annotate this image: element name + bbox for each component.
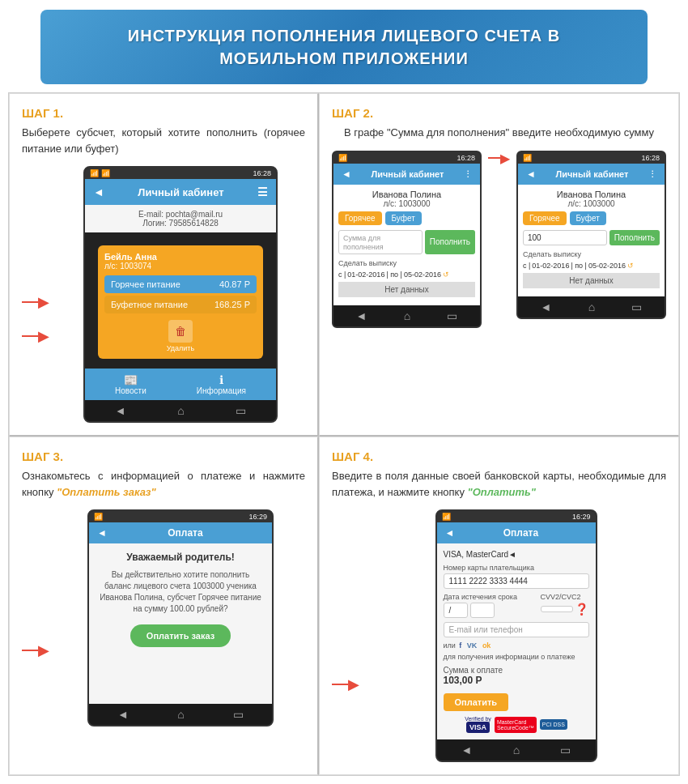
vk-icon[interactable]: VK — [467, 641, 478, 650]
step1-desc: Выберете субсчет, который хотите пополни… — [22, 125, 305, 156]
step4-sum-field: Сумма к оплате 103,00 Р — [444, 666, 589, 686]
step2-section: ШАГ 2. В графе "Сумма для пополнения" вв… — [319, 93, 679, 437]
step1-nav-header: ◄ Личный кабинет ☰ — [85, 179, 276, 205]
home-icon[interactable]: ⌂ — [404, 309, 410, 322]
step2-right-header: ◄ Личный кабинет ⋮ — [518, 164, 665, 185]
step4-card-field: Номер карты плательщика 1111 2222 3333 4… — [444, 564, 589, 589]
step2-left-input-row: Сумма для пополнения Пополнить — [338, 230, 475, 254]
step4-phone: 📶 16:29 ◄ Оплата VISA, MasterCard◄ Номер… — [435, 509, 597, 762]
step2-right-tab1[interactable]: Горячее — [523, 211, 567, 225]
step1-user-area: Бейль Анна л/с: 1003074 Горячее питание … — [85, 232, 276, 369]
home-icon4[interactable]: ⌂ — [513, 744, 520, 756]
step1-label: ШАГ 1. — [22, 106, 305, 120]
step2-left-tab2[interactable]: Буфет — [385, 211, 422, 225]
step2-right-nav: ◄ ⌂ ▭ — [518, 296, 665, 317]
facebook-icon[interactable]: f — [459, 641, 461, 650]
step1-tab1[interactable]: 📰 Новости — [115, 373, 147, 395]
back-icon3[interactable]: ◄ — [117, 708, 129, 721]
step2-phones-row: 📶 16:28 ◄ Личный кабинет ⋮ Иванова Полин… — [332, 151, 666, 328]
step4-expiry-cvv-row: Дата истечения срока / CVV2/CVC2 ❓ — [444, 593, 589, 618]
back-icon2[interactable]: ◄ — [541, 300, 552, 313]
recents-icon4[interactable]: ▭ — [560, 744, 571, 756]
step1-menu-icon[interactable]: ☰ — [257, 185, 268, 198]
step4-email-input[interactable]: E-mail или телефон — [444, 622, 589, 637]
step3-nav-header: ◄ Оплата — [89, 522, 272, 543]
step1-arrows: ▶ ▶ — [22, 293, 49, 345]
step2-left-pay-btn[interactable]: Пополнить — [425, 230, 475, 254]
header-section: ИНСТРУКЦИЯ ПОПОЛНЕНИЯ ЛИЦЕВОГО СЧЕТА В М… — [16, 10, 672, 84]
step1-delete-label: Удалить — [104, 344, 257, 352]
step2-right-pay-btn[interactable]: Пополнить — [609, 230, 660, 245]
step4-cvv-input[interactable] — [541, 606, 573, 612]
step1-email-section: E-mail: pochta@mail.ru Логин: 7958561482… — [85, 205, 276, 232]
step2-right-content: Иванова Полина л/с: 1003000 Горячее Буфе… — [518, 185, 665, 296]
step2-left-nav: ◄ ⌂ ▭ — [333, 305, 480, 326]
step3-text: Вы действительно хотите пополнить баланс… — [97, 569, 264, 615]
recents-icon3[interactable]: ▭ — [233, 708, 244, 721]
step1-user-name: Бейль Анна — [104, 252, 257, 262]
step2-left-tab1[interactable]: Горячее — [338, 211, 382, 225]
step1-status-bar: 📶 📶 16:28 — [85, 168, 276, 179]
home-icon2[interactable]: ⌂ — [588, 300, 595, 313]
recents-icon2[interactable]: ▭ — [631, 300, 642, 313]
step3-pay-button[interactable]: Оплатить заказ — [130, 624, 231, 647]
header-banner: ИНСТРУКЦИЯ ПОПОЛНЕНИЯ ЛИЦЕВОГО СЧЕТА В М… — [40, 10, 648, 84]
step4-year-input[interactable] — [470, 603, 495, 618]
step4-logos: Verified by VISA MasterCardSecureCode™ P… — [444, 716, 589, 733]
step1-menu-item1[interactable]: Горячее питание 40.87 Р — [104, 275, 257, 293]
step3-label: ШАГ 3. — [22, 450, 305, 463]
step4-card-input[interactable]: 1111 2222 3333 4444 — [444, 573, 589, 589]
step2-left-amount-input[interactable]: Сумма для пополнения — [338, 230, 423, 254]
step2-label: ШАГ 2. — [332, 106, 666, 120]
step3-highlight: "Оплатить заказ" — [57, 486, 156, 498]
step2-arrow-icon: ▶ — [500, 151, 510, 166]
step2-right-tab2[interactable]: Буфет — [570, 211, 606, 225]
step1-delete-icon[interactable]: 🗑 — [168, 320, 193, 343]
step1-email: E-mail: pochta@mail.ru — [90, 210, 271, 219]
step3-desc: Ознакомьтесь с информацией о платеже и н… — [22, 468, 305, 500]
step4-month-input[interactable]: / — [444, 603, 468, 618]
step4-back-icon[interactable]: ◄ — [445, 527, 455, 539]
status-icons: 📶 📶 — [90, 169, 110, 177]
ok-icon[interactable]: ok — [482, 641, 491, 650]
back-nav-icon[interactable]: ◄ — [115, 404, 126, 417]
step1-menu-item2[interactable]: Буфетное питание 168.25 Р — [104, 296, 257, 313]
step2-right-extract: Сделать выписку — [523, 250, 660, 258]
step2-left-status: 📶 16:28 — [333, 152, 480, 164]
home-icon3[interactable]: ⌂ — [177, 708, 184, 721]
step4-content: VISA, MasterCard◄ Номер карты плательщик… — [437, 543, 596, 739]
step2-left-tabs: Горячее Буфет — [338, 211, 475, 225]
step1-nav-bar: ◄ ⌂ ▭ — [85, 400, 276, 421]
step2-desc: В графе "Сумма для пополнения" введите н… — [332, 125, 666, 141]
step3-phone-wrapper: ▶ 📶 16:29 ◄ Оплата Уважаемый родитель! В… — [22, 509, 305, 726]
arrow1: ▶ — [22, 293, 49, 311]
back-icon4[interactable]: ◄ — [461, 744, 473, 756]
step3-back-icon[interactable]: ◄ — [97, 527, 107, 539]
step1-back-icon[interactable]: ◄ — [93, 185, 104, 198]
step4-email-field: E-mail или телефон — [444, 622, 589, 637]
step3-dear: Уважаемый родитель! — [97, 552, 264, 563]
step1-user-card: Бейль Анна л/с: 1003074 Горячее питание … — [98, 245, 263, 359]
step2-left-content: Иванова Полина л/с: 1003000 Горячее Буфе… — [333, 185, 480, 305]
step4-label: ШАГ 4. — [332, 450, 666, 463]
step4-pay-button[interactable]: Оплатить — [444, 693, 509, 711]
step4-nav-bar: ◄ ⌂ ▭ — [437, 739, 596, 761]
step2-left-header: ◄ Личный кабинет ⋮ — [333, 164, 480, 185]
step4-help-icon[interactable]: ❓ — [575, 603, 588, 616]
step1-tab2[interactable]: ℹ Информация — [197, 373, 246, 395]
home-nav-icon[interactable]: ⌂ — [177, 404, 184, 417]
step3-phone: 📶 16:29 ◄ Оплата Уважаемый родитель! Вы … — [87, 509, 274, 726]
back-icon[interactable]: ◄ — [356, 309, 367, 322]
recents-nav-icon[interactable]: ▭ — [236, 404, 246, 417]
step4-phone-wrapper: ▶ 📶 16:29 ◄ Оплата VISA, MasterCard◄ Ном… — [332, 509, 666, 762]
step2-right-amount-input[interactable]: 100 — [523, 230, 607, 245]
step1-section: ШАГ 1. Выберете субсчет, который хотите … — [9, 93, 319, 437]
recents-icon[interactable]: ▭ — [447, 309, 457, 322]
step2-left-back[interactable]: ◄ — [342, 168, 351, 180]
step1-header-title: Личный кабинет — [138, 186, 223, 198]
step2-right-tabs: Горячее Буфет — [523, 211, 660, 225]
step2-right-back[interactable]: ◄ — [526, 168, 536, 180]
step3-status-bar: 📶 16:29 — [89, 511, 272, 522]
step1-bottom-tabs: 📰 Новости ℹ Информация — [85, 369, 276, 400]
status-time: 16:28 — [253, 169, 271, 177]
